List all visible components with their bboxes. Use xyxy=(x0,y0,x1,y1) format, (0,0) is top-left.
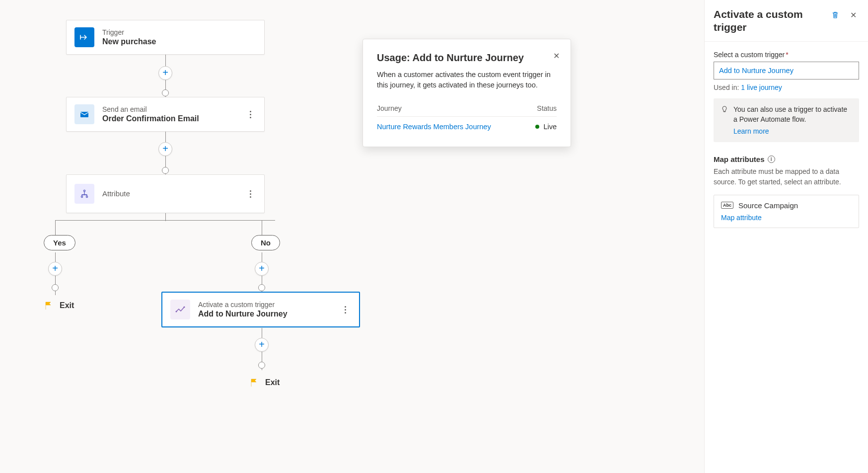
usage-title: Usage: Add to Nurture Journey xyxy=(377,52,557,64)
close-panel-button[interactable]: ✕ xyxy=(846,8,860,22)
select-trigger-label-text: Select a custom trigger xyxy=(714,51,785,59)
usage-col-journey: Journey xyxy=(377,104,402,112)
flag-icon xyxy=(249,378,259,388)
tip-callout: You can also use a trigger to activate a… xyxy=(714,98,859,143)
node-more-menu[interactable] xyxy=(244,108,256,120)
activate-trigger-icon xyxy=(170,300,190,319)
branch-yes[interactable]: Yes xyxy=(44,235,75,250)
usage-description: When a customer activates the custom eve… xyxy=(377,70,557,90)
map-attributes-heading-text: Map attributes xyxy=(714,155,765,163)
usage-journey-link[interactable]: Nurture Rewards Members Journey xyxy=(377,123,491,131)
node-title: Attribute xyxy=(102,189,236,199)
add-step-button[interactable] xyxy=(255,262,269,276)
connector xyxy=(55,220,56,236)
connector xyxy=(55,220,275,221)
usage-popup: ✕ Usage: Add to Nurture Journey When a c… xyxy=(362,39,571,147)
add-step-button[interactable] xyxy=(255,338,269,352)
learn-more-link[interactable]: Learn more xyxy=(733,126,852,136)
add-step-button[interactable] xyxy=(158,142,172,156)
node-send-email[interactable]: Send an email Order Confirmation Email xyxy=(66,97,265,132)
node-type-label: Trigger xyxy=(102,28,256,37)
attribute-name: Source Campaign xyxy=(738,201,798,210)
node-title: New purchase xyxy=(102,37,256,47)
used-in-text: Used in: 1 live journey xyxy=(714,83,859,91)
used-in-link[interactable]: 1 live journey xyxy=(741,83,782,91)
select-trigger-label: Select a custom trigger* xyxy=(714,51,859,59)
svg-point-4 xyxy=(176,311,177,313)
node-trigger[interactable]: Trigger New purchase xyxy=(66,20,265,55)
connector xyxy=(262,220,262,236)
svg-point-1 xyxy=(83,190,85,191)
node-type-label: Send an email xyxy=(102,105,236,114)
svg-point-2 xyxy=(81,196,82,197)
flag-icon xyxy=(44,301,54,311)
lightbulb-icon xyxy=(721,105,728,137)
connector-endpoint xyxy=(258,284,265,291)
map-attributes-desc: Each attribute must be mapped to a data … xyxy=(714,166,859,187)
node-title: Order Confirmation Email xyxy=(102,114,236,124)
connector-endpoint xyxy=(162,167,169,174)
text-type-icon: Abc xyxy=(721,202,733,209)
panel-title: Activate a custom trigger xyxy=(714,8,824,34)
exit-label: Exit xyxy=(60,301,74,310)
exit-marker: Exit xyxy=(249,378,280,388)
email-icon xyxy=(74,104,94,124)
map-attributes-heading: Map attributes i xyxy=(714,155,859,163)
add-step-button[interactable] xyxy=(48,262,62,276)
map-attribute-link[interactable]: Map attribute xyxy=(721,214,852,222)
node-title: Add to Nurture Journey xyxy=(198,309,331,319)
status-dot-icon xyxy=(535,125,539,129)
attribute-icon xyxy=(74,184,94,204)
connector-endpoint xyxy=(258,362,265,369)
svg-point-3 xyxy=(86,196,87,197)
svg-point-5 xyxy=(184,307,185,308)
node-type-label: Activate a custom trigger xyxy=(198,300,331,309)
properties-panel: Activate a custom trigger ✕ Select a cus… xyxy=(704,0,868,473)
usage-col-status: Status xyxy=(537,104,557,112)
add-step-button[interactable] xyxy=(158,66,172,80)
close-icon[interactable]: ✕ xyxy=(551,49,562,63)
connector-endpoint xyxy=(162,89,169,96)
node-more-menu[interactable] xyxy=(244,188,256,200)
used-in-prefix: Used in: xyxy=(714,83,741,91)
trash-icon xyxy=(831,11,839,19)
node-attribute[interactable]: Attribute xyxy=(66,174,265,213)
node-more-menu[interactable] xyxy=(339,304,351,315)
tip-text: You can also use a trigger to activate a… xyxy=(733,105,847,123)
delete-button[interactable] xyxy=(828,8,842,22)
usage-status-label: Live xyxy=(543,123,557,131)
exit-label: Exit xyxy=(265,378,280,387)
trigger-icon xyxy=(74,27,94,47)
custom-trigger-select[interactable]: Add to Nurture Journey xyxy=(714,62,859,79)
attribute-card[interactable]: Abc Source Campaign Map attribute xyxy=(714,195,859,228)
branch-no[interactable]: No xyxy=(251,235,280,250)
info-icon[interactable]: i xyxy=(768,156,775,163)
node-activate-trigger[interactable]: Activate a custom trigger Add to Nurture… xyxy=(161,292,360,327)
connector-endpoint xyxy=(52,284,59,291)
exit-marker: Exit xyxy=(44,301,74,311)
